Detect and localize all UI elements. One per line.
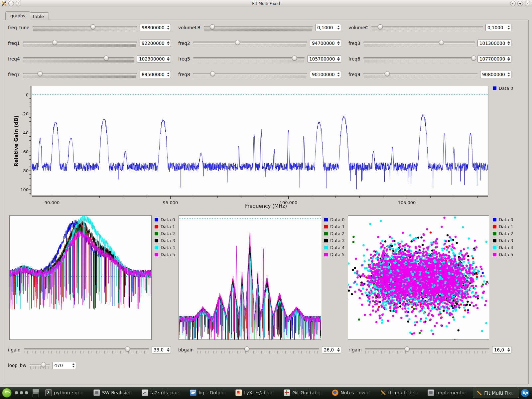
freq9-spin-down-icon[interactable]	[507, 75, 510, 76]
freq8-spinbox[interactable]: 90100000	[310, 71, 341, 78]
freq7-spin-down-icon[interactable]	[167, 75, 170, 76]
freq2-slider-handle[interactable]	[235, 40, 240, 45]
rfgain-spinbox[interactable]: 16,0	[492, 346, 511, 353]
rfgain-slider-handle[interactable]	[405, 346, 410, 351]
bbgain-spinbox-arrows[interactable]	[335, 348, 340, 352]
loop_bw-slider[interactable]	[30, 361, 50, 370]
taskbar-task-gnuradio-9[interactable]: Fft Multi Fixed	[473, 388, 519, 398]
window-rollup-icon[interactable]: ∧	[16, 1, 21, 6]
taskbar-task-gnuradio-7[interactable]: fft-multi-decod	[377, 388, 423, 397]
close-icon[interactable]: ✕	[525, 1, 530, 6]
freq3-slider-handle[interactable]	[439, 40, 444, 45]
freq1-spinbox-arrows[interactable]	[165, 41, 170, 45]
volumeLR-spinbox[interactable]: 0,1000	[315, 24, 341, 31]
taskbar-task-editor-2[interactable]: fa2: rds_parse	[139, 388, 185, 397]
freq7-spin-up-icon[interactable]	[167, 72, 170, 74]
freq2-spinbox-arrows[interactable]	[335, 41, 340, 45]
ifgain-spinbox[interactable]: 33,0	[152, 346, 171, 353]
freq4-spinbox-arrows[interactable]	[165, 57, 170, 61]
taskbar-task-firefox-6[interactable]: Notes - ownCl	[329, 388, 375, 397]
rfgain-spin-up-icon[interactable]	[507, 348, 510, 349]
freq3-spinbox-arrows[interactable]	[506, 41, 510, 45]
bbgain-spin-up-icon[interactable]	[337, 348, 340, 349]
freq2-spin-down-icon[interactable]	[337, 44, 340, 45]
volumeLR-spin-up-icon[interactable]	[337, 26, 340, 27]
freq5-spin-up-icon[interactable]	[337, 57, 340, 59]
minimize-icon[interactable]: ∨	[510, 1, 516, 6]
freq3-spinbox[interactable]: 101300000	[477, 40, 511, 47]
freq_tune-slider[interactable]	[33, 23, 137, 32]
loop_bw-spin-down-icon[interactable]	[72, 366, 75, 367]
rfgain-spinbox-arrows[interactable]	[506, 348, 510, 352]
volumeC-spin-up-icon[interactable]	[507, 26, 510, 27]
freq_tune-spinbox-arrows[interactable]	[165, 26, 170, 30]
ifgain-slider-handle[interactable]	[125, 346, 130, 351]
freq1-slider[interactable]	[23, 39, 137, 48]
maximize-icon[interactable]: ◆	[517, 1, 523, 6]
freq3-slider[interactable]	[363, 39, 475, 48]
freq7-slider-handle[interactable]	[38, 71, 43, 76]
taskbar-task-app-generic-1[interactable]: SW-Realisierun	[90, 388, 137, 397]
ifgain-spinbox-arrows[interactable]	[165, 348, 170, 352]
ifgain-spin-down-icon[interactable]	[167, 350, 170, 352]
volumeLR-spinbox-arrows[interactable]	[335, 26, 340, 30]
launcher-dot-icon[interactable]	[15, 391, 18, 394]
freq6-slider[interactable]	[363, 54, 475, 64]
ifgain-spin-up-icon[interactable]	[167, 348, 170, 349]
freq9-slider[interactable]	[363, 70, 477, 79]
main-fft-canvas[interactable]	[32, 86, 488, 195]
loop_bw-spinbox[interactable]: 470	[52, 362, 76, 369]
freq3-spin-down-icon[interactable]	[507, 44, 510, 45]
freq9-spinbox[interactable]: 90800000	[480, 71, 511, 78]
taskbar-task-git-5[interactable]: Git Gui (abgab	[281, 388, 327, 397]
freq1-spin-up-icon[interactable]	[167, 41, 170, 43]
pager-desktop-2[interactable]	[33, 393, 39, 397]
taskbar-task-terminal-0[interactable]: python : gnur	[42, 388, 88, 397]
loop_bw-slider-handle[interactable]	[41, 362, 46, 367]
freq2-spinbox[interactable]: 94700000	[310, 40, 341, 47]
freq9-spinbox-arrows[interactable]	[506, 72, 510, 76]
freq_tune-spin-up-icon[interactable]	[167, 26, 170, 27]
ifgain-slider[interactable]	[24, 345, 149, 354]
volumeC-spinbox[interactable]: 0,1000	[485, 24, 511, 31]
freq7-spinbox[interactable]: 89500000	[140, 71, 171, 78]
bbgain-spin-down-icon[interactable]	[337, 350, 340, 352]
desktop-pager[interactable]	[33, 389, 39, 397]
spectrum-b-canvas[interactable]	[179, 216, 321, 339]
loop_bw-spin-up-icon[interactable]	[72, 363, 75, 365]
bbgain-slider-handle[interactable]	[244, 346, 249, 351]
pager-desktop-1[interactable]	[33, 389, 39, 393]
volumeLR-slider[interactable]	[204, 23, 313, 32]
freq5-spin-down-icon[interactable]	[337, 59, 340, 61]
freq6-spin-down-icon[interactable]	[507, 59, 510, 61]
volumeLR-slider-handle[interactable]	[210, 24, 215, 29]
freq2-slider[interactable]	[193, 39, 307, 48]
rfgain-spin-down-icon[interactable]	[507, 350, 510, 352]
hp-tray-icon[interactable]: hp	[521, 389, 529, 397]
volumeC-spin-down-icon[interactable]	[507, 28, 510, 30]
freq1-spin-down-icon[interactable]	[167, 44, 170, 45]
freq3-spin-up-icon[interactable]	[507, 41, 510, 43]
launcher-dot-icon[interactable]	[20, 391, 23, 394]
freq4-spin-down-icon[interactable]	[167, 59, 170, 61]
freq4-slider[interactable]	[23, 54, 134, 64]
freq6-spinbox[interactable]: 107700000	[477, 55, 511, 63]
freq8-spin-up-icon[interactable]	[337, 72, 340, 74]
freq5-slider[interactable]	[193, 54, 305, 64]
launcher-dot-icon[interactable]	[25, 391, 28, 394]
gnuradio-app-icon[interactable]	[2, 1, 7, 6]
freq8-spinbox-arrows[interactable]	[335, 72, 340, 76]
tab-graphs[interactable]: graphs	[5, 11, 30, 20]
freq4-spinbox[interactable]: 102300000	[137, 55, 171, 63]
freq9-spin-up-icon[interactable]	[507, 72, 510, 74]
freq6-spinbox-arrows[interactable]	[506, 57, 510, 61]
tab-table[interactable]: table	[28, 12, 49, 20]
freq8-spin-down-icon[interactable]	[337, 75, 340, 76]
opensuse-launcher-icon[interactable]	[2, 388, 12, 398]
rfgain-slider[interactable]	[365, 345, 489, 354]
volumeC-spinbox-arrows[interactable]	[506, 26, 510, 30]
freq8-slider[interactable]	[193, 70, 307, 79]
freq6-slider-handle[interactable]	[471, 56, 476, 61]
freq6-spin-up-icon[interactable]	[507, 57, 510, 59]
launcher-dots[interactable]	[15, 391, 28, 394]
